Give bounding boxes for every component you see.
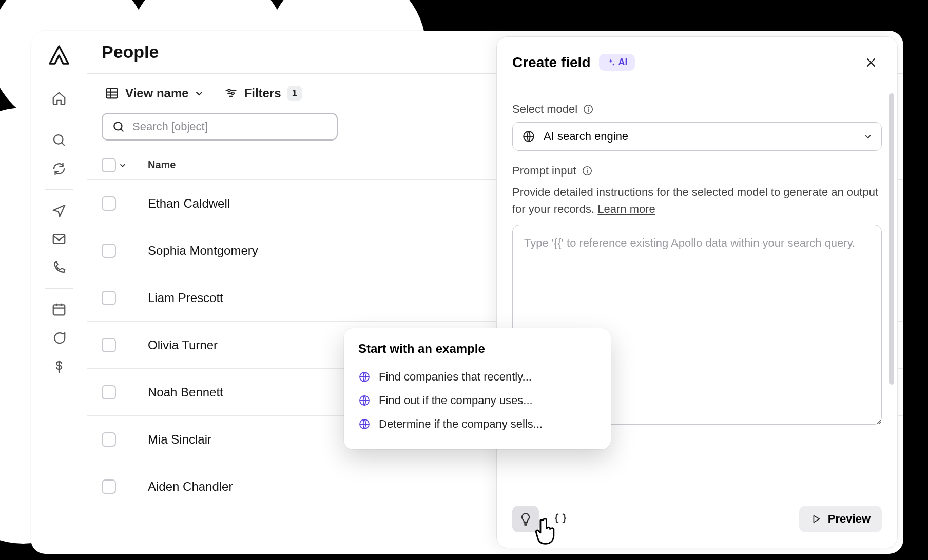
search-input-wrapper[interactable] [102, 113, 338, 141]
panel-title: Create field [512, 54, 591, 71]
preview-label: Preview [828, 512, 871, 526]
svg-point-4 [228, 89, 230, 92]
select-model-label: Select model [512, 103, 577, 116]
select-all-checkbox[interactable] [102, 158, 116, 172]
sparkle-icon [606, 58, 615, 67]
chevron-down-icon [864, 132, 872, 141]
person-name: Liam Prescott [148, 291, 518, 305]
filters-icon [224, 86, 238, 101]
globe-icon [358, 394, 371, 407]
svg-point-5 [231, 92, 234, 95]
globe-icon [358, 418, 371, 430]
example-item[interactable]: Find companies that recently... [358, 365, 596, 389]
row-checkbox[interactable] [102, 196, 116, 211]
chevron-down-icon[interactable] [119, 162, 126, 169]
view-selector[interactable]: View name [102, 81, 206, 106]
popover-title: Start with an example [358, 342, 596, 356]
view-label: View name [125, 86, 189, 101]
page-title: People [102, 42, 159, 62]
learn-more-link[interactable]: Learn more [597, 203, 655, 215]
chat-icon[interactable] [47, 326, 71, 350]
row-checkbox[interactable] [102, 432, 116, 447]
logo-icon [47, 43, 71, 68]
cursor-hand-icon [534, 518, 557, 547]
example-item-label: Find out if the company uses... [379, 394, 533, 407]
prompt-input-label: Prompt input [512, 164, 576, 177]
search-nav-icon[interactable] [47, 128, 71, 152]
person-name: Ethan Caldwell [148, 196, 518, 211]
row-checkbox[interactable] [102, 479, 116, 494]
ai-badge: AI [599, 54, 635, 71]
example-item-label: Find companies that recently... [379, 370, 532, 384]
model-select-value: AI search engine [544, 130, 856, 143]
example-popover: Start with an example Find companies tha… [344, 328, 611, 449]
play-icon [810, 513, 822, 525]
svg-rect-2 [53, 305, 65, 315]
info-icon[interactable] [582, 165, 593, 176]
column-name-header[interactable]: Name [148, 159, 518, 171]
close-icon [865, 56, 877, 69]
svg-point-8 [588, 107, 589, 108]
sidebar [31, 31, 87, 554]
mail-icon[interactable] [47, 227, 71, 251]
search-input[interactable] [132, 120, 327, 133]
dollar-icon[interactable] [47, 354, 71, 379]
refresh-icon[interactable] [47, 156, 71, 181]
create-field-panel: Create field AI Select model AI search e… [497, 37, 897, 548]
filters-label: Filters [244, 86, 281, 101]
globe-icon [358, 371, 371, 383]
scrollbar-thumb[interactable] [889, 93, 894, 385]
person-name: Aiden Chandler [148, 479, 518, 494]
send-icon[interactable] [47, 198, 71, 223]
row-checkbox[interactable] [102, 385, 116, 399]
example-item-label: Determine if the company sells... [379, 417, 543, 431]
home-icon[interactable] [47, 86, 71, 111]
globe-icon [522, 130, 535, 143]
svg-rect-3 [107, 89, 118, 98]
table-icon [105, 86, 119, 101]
svg-point-11 [587, 168, 588, 169]
calendar-icon[interactable] [47, 297, 71, 322]
search-icon [112, 120, 125, 133]
example-item[interactable]: Find out if the company uses... [358, 389, 596, 412]
info-icon[interactable] [583, 104, 594, 115]
person-name: Sophia Montgomery [148, 244, 518, 258]
phone-icon[interactable] [47, 255, 71, 280]
row-checkbox[interactable] [102, 338, 116, 352]
filters-count: 1 [287, 86, 302, 101]
svg-rect-1 [53, 234, 65, 244]
filters-button[interactable]: Filters 1 [221, 81, 305, 106]
row-checkbox[interactable] [102, 244, 116, 258]
preview-button[interactable]: Preview [799, 506, 882, 532]
lightbulb-icon [518, 512, 533, 526]
prompt-help-text: Provide detailed instructions for the se… [512, 184, 882, 217]
panel-scrollbar[interactable] [889, 93, 894, 542]
ai-badge-text: AI [618, 57, 628, 68]
model-select[interactable]: AI search engine [512, 122, 882, 151]
chevron-down-icon [195, 89, 203, 97]
example-item[interactable]: Determine if the company sells... [358, 412, 596, 436]
close-button[interactable] [860, 52, 882, 73]
row-checkbox[interactable] [102, 291, 116, 305]
app-frame: People Power-ups Import View name Filter… [31, 31, 903, 554]
